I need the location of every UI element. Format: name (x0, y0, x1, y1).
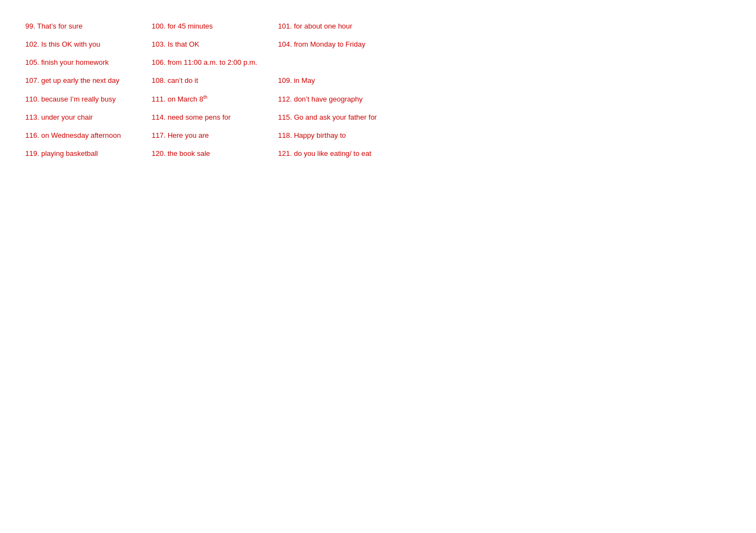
phrase-row: 107. get up early the next day108. can’t… (25, 76, 731, 85)
phrase-item-108: 108. can’t do it (152, 76, 278, 85)
phrase-item-113: 113. under your chair (25, 113, 152, 121)
phrase-row: 99. That’s for sure100. for 45 minutes10… (25, 22, 731, 30)
phrase-item-118: 118. Happy birthay to (278, 131, 404, 139)
phrase-item-117: 117. Here you are (152, 131, 278, 139)
phrase-row: 116. on Wednesday afternoon117. Here you… (25, 131, 731, 139)
phrase-row: 105. finish your homework106. from 11:00… (25, 58, 731, 66)
phrase-item-120: 120. the book sale (152, 149, 278, 158)
phrase-item-105: 105. finish your homework (25, 58, 152, 66)
phrase-row: 102. Is this OK with you103. Is that OK1… (25, 40, 731, 48)
phrase-item-99: 99. That’s for sure (25, 22, 152, 30)
phrase-item-115: 115. Go and ask your father for (278, 113, 404, 121)
phrase-row: 113. under your chair114. need some pens… (25, 113, 731, 121)
phrase-item-119: 119. playing basketball (25, 149, 152, 158)
phrase-item-101: 101. for about one hour (278, 22, 404, 30)
phrase-item-103: 103. Is that OK (152, 40, 278, 48)
phrase-item-116: 116. on Wednesday afternoon (25, 131, 152, 139)
phrase-item-110: 110. because I’m really busy (25, 95, 152, 103)
phrase-item-112: 112. don’t have geography (278, 95, 404, 103)
main-content: 99. That’s for sure100. for 45 minutes10… (0, 0, 756, 189)
phrase-item-102: 102. Is this OK with you (25, 40, 152, 48)
phrase-item-111: 111. on March 8th (152, 94, 278, 103)
phrase-row: 110. because I’m really busy111. on Marc… (25, 94, 731, 103)
phrase-item-114: 114. need some pens for (152, 113, 278, 121)
phrase-item-121: 121. do you like eating/ to eat (278, 149, 404, 158)
phrase-row: 119. playing basketball120. the book sal… (25, 149, 731, 158)
phrase-item-106: 106. from 11:00 a.m. to 2:00 p.m. (152, 58, 278, 66)
phrase-item-104: 104. from Monday to Friday (278, 40, 404, 48)
phrase-item-107: 107. get up early the next day (25, 76, 152, 85)
phrase-item-100: 100. for 45 minutes (152, 22, 278, 30)
phrase-item-109: 109. in May (278, 76, 404, 85)
